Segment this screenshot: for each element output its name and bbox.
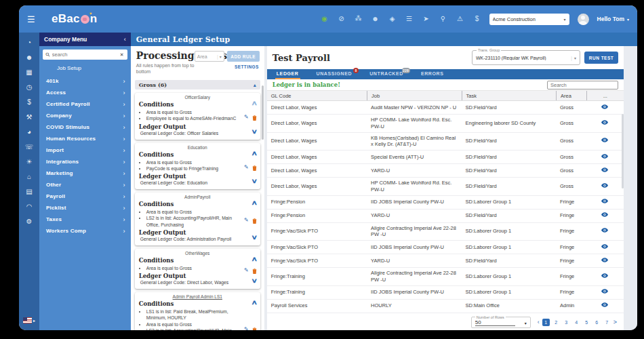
billing-icon[interactable]: $	[473, 16, 481, 22]
sidebar-item-company[interactable]: Company›	[39, 110, 131, 121]
move-rule-down-icon[interactable]: ∨	[251, 178, 258, 184]
previous-page-icon[interactable]: ‹	[538, 319, 540, 325]
company-icon[interactable]: ⌂	[27, 174, 31, 180]
edit-rule-icon[interactable]: ✎	[244, 165, 249, 170]
time-icon[interactable]: ◷	[26, 84, 33, 91]
calendar-icon[interactable]: ▦	[26, 69, 32, 76]
company-menu-header[interactable]: Company Menu ‹	[39, 33, 131, 46]
company-select[interactable]: Acme Construction ▾	[489, 14, 569, 25]
view-details-icon[interactable]	[601, 212, 608, 219]
block-icon[interactable]: ⊘	[338, 16, 346, 22]
next-page-icon[interactable]: >	[613, 319, 617, 325]
edit-rule-icon[interactable]: ✎	[244, 218, 249, 223]
table-search-input[interactable]	[547, 81, 618, 89]
page-7[interactable]: 7	[603, 319, 611, 326]
hamburger-menu-icon[interactable]: ☰	[27, 14, 41, 24]
trans-group-select[interactable]: Trans. Group WK-231110 (Regular WK Payro…	[472, 50, 580, 65]
view-details-icon[interactable]	[601, 199, 608, 205]
settings-link[interactable]: SETTINGS	[235, 64, 259, 69]
sidebar-item-certified-payroll[interactable]: Certified Payroll›	[39, 98, 131, 110]
view-details-icon[interactable]	[601, 104, 608, 111]
delete-rule-icon[interactable]	[252, 161, 257, 174]
dashboard-icon[interactable]: ◔	[27, 39, 31, 46]
view-details-icon[interactable]	[601, 138, 608, 144]
page-5[interactable]: 5	[583, 319, 590, 326]
rule-group-header[interactable]: Gross (6) ▴	[135, 80, 260, 89]
edit-rule-icon[interactable]: ✎	[244, 268, 249, 273]
page-1[interactable]: 1	[542, 319, 550, 326]
employees-icon[interactable]: ☻	[26, 54, 33, 61]
settings-icon[interactable]: ⚙	[26, 218, 33, 225]
delete-rule-icon[interactable]	[252, 111, 257, 123]
phone-icon[interactable]: ☏	[25, 144, 34, 151]
user-greeting[interactable]: Hello Tom	[597, 16, 624, 22]
clear-search-icon[interactable]: ✕	[120, 52, 124, 58]
sidebar-item-marketing[interactable]: Marketing›	[39, 167, 131, 179]
view-details-icon[interactable]	[601, 273, 608, 280]
view-details-icon[interactable]	[601, 302, 608, 309]
rules-scrollbar[interactable]	[262, 85, 264, 140]
delete-rule-icon[interactable]	[252, 323, 257, 330]
payments-icon[interactable]: ▤	[26, 188, 32, 195]
reports-icon[interactable]: ◕	[27, 129, 31, 136]
edit-rule-icon[interactable]: ✎	[244, 115, 249, 120]
sidebar-item-401k[interactable]: 401k›	[39, 75, 131, 87]
collapse-group-icon[interactable]: ▴	[254, 82, 256, 88]
tab-ledger[interactable]: LEDGER	[275, 69, 300, 79]
view-details-icon[interactable]	[601, 154, 608, 161]
edit-rule-icon[interactable]: ✎	[244, 327, 249, 330]
search-icon[interactable]: ⚲	[439, 16, 447, 22]
delete-rule-icon[interactable]	[252, 214, 257, 226]
collapse-sidebar-icon[interactable]: ‹	[124, 36, 126, 43]
benefits-icon[interactable]: ◠	[26, 203, 33, 210]
move-rule-up-icon[interactable]: ∧	[251, 151, 258, 157]
tab-unassigned[interactable]: UNASSIGNED8	[315, 69, 354, 79]
page-6[interactable]: 6	[593, 319, 601, 326]
sidebar-item-covid-stimulus[interactable]: COVID Stimulus›	[39, 121, 131, 133]
move-rule-down-icon[interactable]: ∨	[251, 278, 258, 284]
work-icon[interactable]: ⚒	[26, 114, 33, 121]
move-rule-up-icon[interactable]: ∧	[251, 200, 258, 206]
alert-icon[interactable]: ⚠	[456, 16, 464, 22]
tab-untracked[interactable]: UNTRACKED228	[368, 69, 405, 79]
view-details-icon[interactable]	[601, 228, 608, 235]
list-icon[interactable]: ☰	[405, 16, 414, 22]
move-rule-up-icon[interactable]: ∧	[251, 300, 258, 306]
rows-per-page-select[interactable]: Number of Rows 50 ▾	[471, 317, 531, 328]
sidebar-item-access[interactable]: Access›	[39, 87, 131, 98]
language-flag[interactable]: ▸	[23, 317, 35, 323]
move-rule-up-icon[interactable]: ∧	[251, 100, 258, 106]
sidebar-item-picklist[interactable]: Picklist›	[39, 202, 131, 214]
view-details-icon[interactable]	[601, 258, 608, 264]
table-scrollbar[interactable]	[622, 114, 624, 188]
tab-errors[interactable]: ERRORS	[420, 69, 445, 79]
user-menu-caret-icon[interactable]: ▾	[627, 17, 629, 22]
sitemap-icon[interactable]: ⁂	[355, 16, 363, 22]
sidebar-item-integrations[interactable]: Integrations›	[39, 156, 131, 167]
page-4[interactable]: 4	[573, 319, 580, 326]
ideas-icon[interactable]: ☀	[26, 159, 33, 165]
sidebar-item-taxes[interactable]: Taxes›	[39, 214, 131, 225]
page-2[interactable]: 2	[552, 319, 560, 326]
map-marker-icon[interactable]: ◈	[388, 16, 397, 22]
sidebar-item-payroll[interactable]: Payroll›	[39, 191, 131, 202]
sidebar-search-input[interactable]	[52, 52, 118, 58]
view-details-icon[interactable]	[601, 120, 608, 127]
send-icon[interactable]: ➤	[422, 16, 430, 22]
move-rule-up-icon[interactable]: ∧	[251, 256, 258, 262]
sidebar-item-import[interactable]: Import›	[39, 144, 131, 156]
sidebar-item-other[interactable]: Other›	[39, 179, 131, 191]
run-test-button[interactable]: RUN TEST	[584, 52, 618, 64]
view-details-icon[interactable]	[601, 183, 608, 190]
view-details-icon[interactable]	[601, 244, 608, 251]
view-details-icon[interactable]	[601, 289, 608, 296]
move-rule-down-icon[interactable]: ∨	[251, 235, 258, 241]
delete-rule-icon[interactable]	[252, 264, 257, 277]
money-icon[interactable]: $	[27, 99, 31, 106]
team-icon[interactable]: ☻	[371, 16, 380, 22]
user-avatar[interactable]	[578, 14, 589, 25]
area-filter-select[interactable]: Area | ▾	[195, 51, 224, 62]
add-rule-button[interactable]: ADD RULE	[227, 51, 260, 62]
page-3[interactable]: 3	[563, 319, 570, 326]
sidebar-item-workers-comp[interactable]: Workers Comp›	[39, 225, 131, 237]
